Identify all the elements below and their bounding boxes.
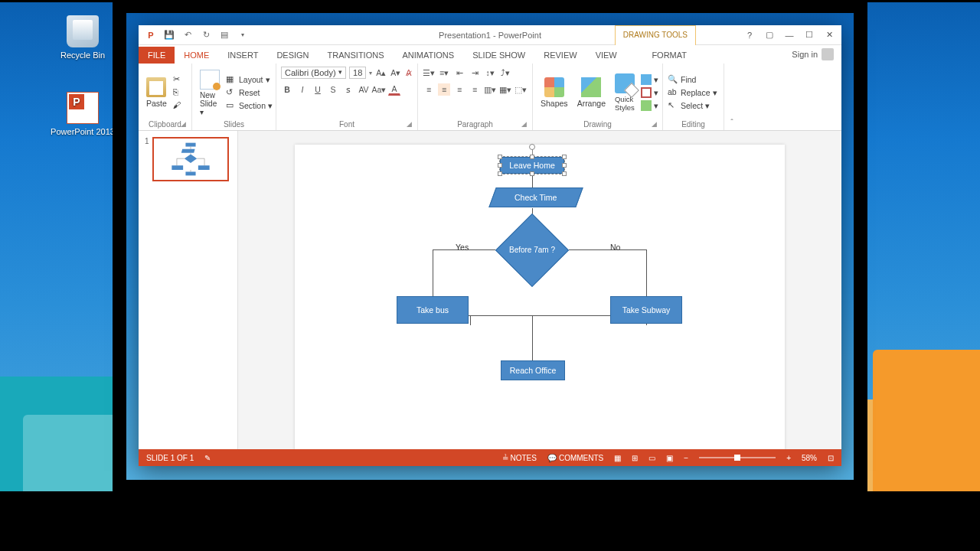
shape-leave-home[interactable]: Leave Home (500, 157, 564, 174)
connector[interactable] (569, 249, 647, 250)
spacing-icon[interactable]: AV (358, 83, 370, 96)
align-text-icon[interactable]: ▦▾ (499, 83, 511, 96)
bullets-icon[interactable]: ☰▾ (423, 67, 435, 79)
underline-icon[interactable]: U (312, 83, 324, 96)
resize-handle[interactable] (498, 163, 502, 168)
save-icon[interactable]: 💾 (163, 29, 175, 41)
notes-button[interactable]: ≟ NOTES (502, 454, 537, 462)
zoom-slider[interactable] (699, 457, 776, 458)
reading-view-icon[interactable]: ▭ (648, 454, 655, 462)
tab-transitions[interactable]: TRANSITIONS (318, 47, 394, 64)
qat-dropdown-icon[interactable]: ▾ (237, 29, 249, 41)
dialog-launcher-icon[interactable]: ◢ (179, 120, 187, 128)
resize-handle[interactable] (530, 171, 534, 176)
numbering-icon[interactable]: ≡▾ (438, 67, 450, 79)
shape-outline-button[interactable]: ▾ (641, 87, 658, 98)
quick-styles-button[interactable]: Quick Styles (612, 72, 638, 113)
tab-animations[interactable]: ANIMATIONS (394, 47, 464, 64)
new-slide-button[interactable]: New Slide ▾ (197, 68, 223, 118)
tab-view[interactable]: VIEW (586, 47, 626, 64)
undo-icon[interactable]: ↶ (181, 29, 194, 41)
align-left-icon[interactable]: ≡ (423, 83, 435, 96)
font-size-combo[interactable]: 18 (349, 67, 366, 79)
justify-icon[interactable]: ≡ (469, 83, 481, 96)
zoom-in-icon[interactable]: + (786, 454, 791, 462)
normal-view-icon[interactable]: ▦ (614, 454, 621, 462)
tab-review[interactable]: REVIEW (534, 47, 586, 64)
slide-thumbnail[interactable]: 1 (145, 137, 231, 181)
layout-button[interactable]: ▦Layout ▾ (226, 74, 273, 85)
zoom-level[interactable]: 58% (802, 454, 817, 462)
ribbon-options-icon[interactable]: ▢ (762, 28, 777, 42)
font-name-combo[interactable]: Calibri (Body) ▾ (281, 67, 346, 79)
cut-button[interactable]: ✂ (173, 74, 184, 85)
shape-check-time[interactable]: Check Time (488, 187, 583, 207)
spell-check-icon[interactable]: ✎ (204, 454, 211, 462)
dialog-launcher-icon[interactable]: ◢ (650, 120, 658, 128)
shrink-font-icon[interactable]: A▾ (390, 67, 401, 79)
connector[interactable] (532, 315, 533, 361)
help-icon[interactable]: ? (742, 28, 757, 42)
arrange-button[interactable]: Arrange (574, 76, 609, 109)
zoom-thumb[interactable] (734, 455, 740, 461)
resize-handle[interactable] (498, 171, 502, 176)
tab-insert[interactable]: INSERT (218, 47, 267, 64)
comments-button[interactable]: 💬 COMMENTS (547, 454, 603, 462)
text-direction-icon[interactable]: ⤴▾ (499, 67, 511, 79)
find-button[interactable]: 🔍Find (668, 74, 717, 85)
bold-icon[interactable]: B (281, 83, 293, 96)
shape-take-subway[interactable]: Take Subway (610, 296, 682, 324)
italic-icon[interactable]: I (296, 83, 309, 96)
paste-button[interactable]: Paste (143, 76, 170, 109)
tab-home[interactable]: HOME (175, 47, 218, 64)
clear-formatting-icon[interactable]: A̷ (404, 67, 413, 79)
tab-design[interactable]: DESIGN (267, 47, 318, 64)
shape-decision[interactable]: Before 7am ? (506, 224, 558, 276)
resize-handle[interactable] (562, 163, 567, 168)
minimize-icon[interactable]: — (782, 28, 797, 42)
resize-handle[interactable] (498, 155, 502, 159)
columns-icon[interactable]: ▥▾ (484, 83, 496, 96)
line-spacing-icon[interactable]: ↕▾ (484, 67, 496, 79)
redo-icon[interactable]: ↻ (200, 29, 212, 41)
indent-dec-icon[interactable]: ⇤ (453, 67, 466, 79)
replace-button[interactable]: abReplace ▾ (668, 87, 717, 98)
font-color-icon[interactable]: A (388, 83, 400, 96)
resize-handle[interactable] (530, 155, 534, 159)
sign-in[interactable]: Sign in (792, 48, 834, 60)
format-painter-button[interactable]: 🖌 (173, 100, 184, 111)
slide-canvas-area[interactable]: Leave Home Check Time Before 7am ? (238, 131, 841, 449)
smartart-icon[interactable]: ⬚▾ (514, 83, 527, 96)
resize-handle[interactable] (562, 171, 567, 176)
font-size-dropdown-icon[interactable]: ▾ (369, 70, 372, 77)
shape-fill-button[interactable]: ▾ (641, 74, 658, 85)
zoom-out-icon[interactable]: − (684, 454, 688, 462)
indent-inc-icon[interactable]: ⇥ (469, 67, 481, 79)
grow-font-icon[interactable]: A▴ (375, 67, 387, 79)
resize-handle[interactable] (562, 155, 567, 159)
tab-slideshow[interactable]: SLIDE SHOW (463, 47, 534, 64)
shape-reach-office[interactable]: Reach Office (501, 360, 565, 380)
desktop-icon-powerpoint[interactable]: PowerPoint 2013 (48, 92, 117, 136)
slideshow-view-icon[interactable]: ▣ (666, 454, 673, 462)
shadow-icon[interactable]: ꜱ (342, 83, 354, 96)
shapes-button[interactable]: Shapes (537, 76, 571, 109)
copy-button[interactable]: ⎘ (173, 87, 184, 98)
dialog-launcher-icon[interactable]: ◢ (405, 120, 413, 128)
desktop-icon-recycle-bin[interactable]: Recycle Bin (48, 15, 117, 60)
reset-button[interactable]: ↺Reset (226, 87, 273, 98)
close-icon[interactable]: ✕ (822, 28, 837, 42)
case-icon[interactable]: Aa▾ (373, 83, 385, 96)
collapse-ribbon-icon[interactable]: ˆ (724, 118, 740, 130)
fit-window-icon[interactable]: ⊡ (828, 454, 834, 462)
shape-take-bus[interactable]: Take bus (397, 296, 469, 324)
strike-icon[interactable]: S (327, 83, 339, 96)
sorter-view-icon[interactable]: ⊞ (632, 454, 638, 462)
align-center-icon[interactable]: ≡ (438, 83, 450, 96)
align-right-icon[interactable]: ≡ (453, 83, 466, 96)
section-button[interactable]: ▭Section ▾ (226, 100, 273, 111)
rotate-handle-icon[interactable] (529, 144, 535, 150)
shape-effects-button[interactable]: ▾ (641, 100, 658, 111)
maximize-icon[interactable]: ☐ (802, 28, 817, 42)
tab-file[interactable]: FILE (139, 47, 175, 64)
